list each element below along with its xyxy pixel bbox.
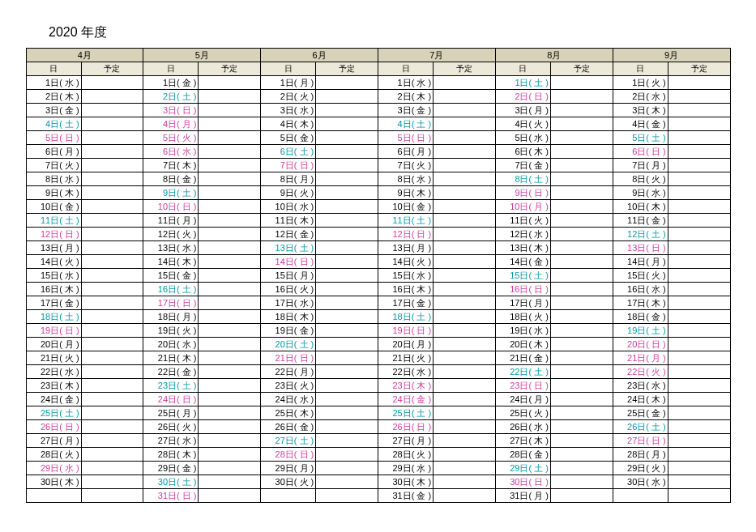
day-cell: 19日( 水 ) (495, 324, 550, 338)
plan-cell (434, 117, 496, 131)
plan-cell (81, 434, 143, 448)
calendar-row: 11日( 土 )11日( 月 )11日( 木 )11日( 土 )11日( 火 )… (26, 214, 730, 228)
plan-cell (434, 338, 496, 351)
day-cell: 29日( 火 ) (613, 462, 668, 475)
day-cell: 14日( 木 ) (143, 255, 199, 269)
plan-cell (550, 90, 613, 104)
plan-cell (434, 310, 496, 324)
plan-cell (434, 131, 496, 145)
plan-cell (199, 241, 261, 255)
day-cell: 11日( 木 ) (261, 214, 316, 228)
day-cell: 21日( 月 ) (613, 351, 668, 365)
plan-cell (550, 338, 613, 351)
plan-cell (550, 489, 613, 503)
day-cell: 10日( 木 ) (613, 200, 668, 214)
plan-cell (316, 241, 378, 255)
day-cell: 24日( 月 ) (495, 393, 550, 406)
day-cell: 7日( 金 ) (495, 159, 550, 172)
calendar-row: 17日( 金 )17日( 日 )17日( 水 )17日( 金 )17日( 月 )… (26, 296, 730, 310)
day-cell: 9日( 火 ) (261, 186, 316, 200)
plan-cell (199, 76, 261, 90)
day-cell: 9日( 木 ) (26, 186, 81, 200)
day-cell: 7日( 木 ) (143, 159, 199, 172)
day-cell: 25日( 木 ) (261, 406, 316, 420)
day-cell (261, 489, 316, 503)
plan-cell (199, 131, 261, 145)
plan-cell (434, 214, 496, 228)
plan-cell (550, 351, 613, 365)
day-cell: 29日( 金 ) (143, 462, 199, 475)
plan-cell (550, 448, 613, 462)
day-cell: 8日( 月 ) (261, 172, 316, 186)
day-cell: 21日( 日 ) (261, 351, 316, 365)
plan-cell (550, 241, 613, 255)
day-cell: 8日( 火 ) (613, 172, 668, 186)
day-cell: 18日( 土 ) (26, 310, 81, 324)
day-cell: 3日( 木 ) (613, 104, 668, 117)
plan-cell (434, 145, 496, 159)
day-cell: 22日( 水 ) (26, 365, 81, 379)
plan-cell (434, 283, 496, 296)
day-cell: 16日( 火 ) (261, 283, 316, 296)
day-cell: 29日( 月 ) (261, 462, 316, 475)
day-cell: 31日( 金 ) (378, 489, 433, 503)
day-cell: 12日( 火 ) (143, 228, 199, 241)
day-cell: 18日( 月 ) (143, 310, 199, 324)
day-cell: 16日( 木 ) (26, 283, 81, 296)
plan-cell (550, 296, 613, 310)
plan-cell (434, 241, 496, 255)
month-header: 5月 (143, 49, 261, 62)
day-cell: 20日( 日 ) (613, 338, 668, 351)
day-cell: 8日( 水 ) (378, 172, 433, 186)
plan-cell (81, 462, 143, 475)
day-cell: 31日( 日 ) (143, 489, 199, 503)
plan-cell (81, 172, 143, 186)
plan-cell (199, 475, 261, 489)
plan-cell (316, 462, 378, 475)
day-cell: 27日( 日 ) (613, 434, 668, 448)
plan-cell (668, 420, 730, 434)
day-cell: 14日( 月 ) (613, 255, 668, 269)
plan-cell (434, 269, 496, 283)
plan-cell (81, 448, 143, 462)
day-cell: 3日( 日 ) (143, 104, 199, 117)
plan-cell (81, 255, 143, 269)
plan-cell (199, 269, 261, 283)
calendar-row: 8日( 水 )8日( 金 )8日( 月 )8日( 水 )8日( 土 )8日( 火… (26, 172, 730, 186)
plan-cell (199, 448, 261, 462)
day-cell: 4日( 木 ) (261, 117, 316, 131)
day-cell: 20日( 水 ) (143, 338, 199, 351)
plan-cell (550, 379, 613, 393)
day-cell: 10日( 金 ) (378, 200, 433, 214)
day-cell: 2日( 木 ) (378, 90, 433, 104)
plan-cell (81, 283, 143, 296)
plan-cell (434, 434, 496, 448)
plan-cell (199, 186, 261, 200)
day-cell: 7日( 火 ) (378, 159, 433, 172)
plan-cell (668, 159, 730, 172)
calendar-row: 7日( 火 )7日( 木 )7日( 日 )7日( 火 )7日( 金 )7日( 月… (26, 159, 730, 172)
plan-cell (199, 90, 261, 104)
plan-cell (316, 269, 378, 283)
day-cell: 9日( 木 ) (378, 186, 433, 200)
calendar-row: 13日( 月 )13日( 水 )13日( 土 )13日( 月 )13日( 木 )… (26, 241, 730, 255)
day-cell: 6日( 月 ) (378, 145, 433, 159)
day-cell: 1日( 金 ) (143, 76, 199, 90)
plan-cell (199, 462, 261, 475)
day-cell: 2日( 木 ) (26, 90, 81, 104)
day-cell: 15日( 土 ) (495, 269, 550, 283)
month-header: 6月 (261, 49, 378, 62)
plan-cell (316, 393, 378, 406)
plan-cell (550, 104, 613, 117)
plan-cell (316, 200, 378, 214)
day-cell: 2日( 火 ) (261, 90, 316, 104)
plan-cell (316, 420, 378, 434)
day-cell: 11日( 土 ) (26, 214, 81, 228)
day-cell: 6日( 日 ) (613, 145, 668, 159)
plan-cell (434, 159, 496, 172)
day-cell: 22日( 水 ) (378, 365, 433, 379)
day-cell: 15日( 水 ) (26, 269, 81, 283)
day-cell: 4日( 火 ) (495, 117, 550, 131)
day-cell: 20日( 土 ) (261, 338, 316, 351)
plan-cell (550, 255, 613, 269)
